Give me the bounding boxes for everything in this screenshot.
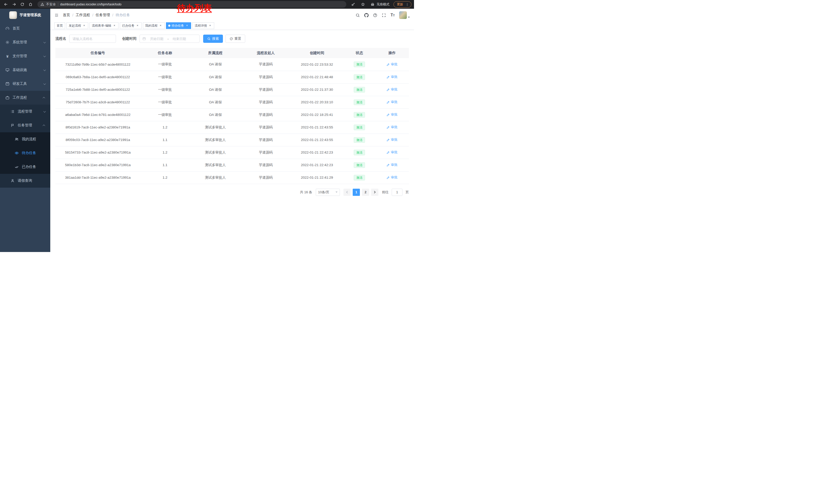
page-number-2[interactable]: 2	[362, 189, 369, 196]
range-separator: -	[167, 37, 169, 41]
user-avatar[interactable]	[399, 11, 407, 19]
tab-label: 流程表单-编辑	[92, 24, 111, 28]
browser-menu-icon[interactable]: ⋮	[406, 3, 409, 6]
fullscreen-icon[interactable]	[382, 13, 386, 17]
page-number-1[interactable]: 1	[353, 189, 360, 196]
todo-task-table: 任务编号 任务名称 所属流程 流程发起人 创建时间 状态 操作	[55, 48, 409, 184]
browser-home-button[interactable]	[27, 1, 34, 8]
tab-form-edit[interactable]: 流程表单-编辑×	[89, 22, 119, 29]
search-button[interactable]: 搜索	[203, 35, 223, 43]
tab-process-detail[interactable]: 流程详情×	[192, 22, 214, 29]
breadcrumb-item[interactable]: 首页	[63, 13, 70, 17]
sidebar-item-label: 任务管理	[18, 123, 32, 128]
approve-link[interactable]: 审批	[386, 163, 398, 167]
search-icon[interactable]	[356, 13, 360, 17]
sidebar-item-done-tasks[interactable]: 已办任务	[0, 160, 50, 174]
sidebar-fold-icon[interactable]	[54, 13, 59, 17]
initiator-cell: 芋道源码	[241, 121, 290, 134]
font-size-icon[interactable]: TT	[390, 13, 395, 17]
top-navbar: 首页 / 工作流程 / 任务管理 / 待办任务 TT	[50, 9, 414, 21]
end-date-input[interactable]	[170, 37, 189, 41]
bookmark-star-icon[interactable]	[360, 1, 366, 8]
prev-page-button[interactable]	[343, 189, 350, 196]
action-cell: 审批	[375, 108, 409, 121]
tab-start-process[interactable]: 发起流程×	[67, 22, 88, 29]
status-cell: 激活	[343, 108, 375, 121]
sidebar-item-task-management[interactable]: 任务管理	[0, 119, 50, 132]
github-icon[interactable]	[364, 13, 369, 17]
double-check-icon	[14, 165, 19, 169]
sidebar-item-my-processes[interactable]: 我的流程	[0, 132, 50, 146]
task-name-cell: 1.2	[140, 171, 190, 184]
process-name-input[interactable]	[69, 35, 116, 43]
url-text[interactable]: dashboard.yudao.iocoder.cn/bpm/task/todo	[60, 3, 122, 6]
sidebar-item-home[interactable]: 首页	[0, 21, 50, 35]
task-name-cell: 一级审批	[140, 83, 190, 96]
sidebar-item-infrastructure[interactable]: 基础设施	[0, 63, 50, 77]
tab-my-processes[interactable]: 我的流程×	[143, 22, 165, 29]
incognito-badge: 无痕模式	[370, 2, 389, 7]
next-page-button[interactable]	[371, 189, 378, 196]
user-menu[interactable]	[399, 11, 410, 19]
approve-link[interactable]: 审批	[386, 125, 398, 130]
sidebar-item-process-management[interactable]: 流程管理	[0, 104, 50, 119]
approve-link[interactable]: 审批	[386, 75, 398, 79]
approve-link[interactable]: 审批	[386, 100, 398, 104]
table-row: 8f059c03-7ac8-11ec-a9e2-a2380e71991a 1.1…	[55, 134, 409, 146]
approve-link[interactable]: 审批	[386, 150, 398, 154]
approve-link-label: 审批	[391, 87, 398, 92]
browser-back-button[interactable]	[3, 1, 9, 8]
breadcrumb-item[interactable]: 任务管理	[96, 13, 110, 17]
approve-link[interactable]: 审批	[386, 175, 398, 180]
close-icon[interactable]: ×	[136, 24, 139, 28]
initiator-cell: 芋道源码	[241, 58, 290, 71]
sidebar-item-payment[interactable]: ¥ 支付管理	[0, 49, 50, 63]
browser-forward-button[interactable]	[11, 1, 17, 8]
sidebar-item-leave-query[interactable]: 请假查询	[0, 174, 50, 188]
screen: 不安全 dashboard.yudao.iocoder.cn/bpm/task/…	[0, 0, 414, 252]
approve-link[interactable]: 审批	[386, 137, 398, 142]
sidebar-item-label: 工作流程	[12, 95, 27, 100]
security-label[interactable]: 不安全	[46, 2, 56, 7]
breadcrumb-item[interactable]: 工作流程	[76, 13, 90, 17]
sidebar-menu: 首页 系统管理 ¥ 支付管理 基础设施	[0, 21, 50, 188]
approve-link[interactable]: 审批	[386, 62, 398, 67]
page-size-select[interactable]: 10条/页	[316, 189, 340, 196]
approve-link[interactable]: 审批	[386, 87, 398, 92]
task-id-cell: 580e1b3d-7ac8-11ec-a9e2-a2380e71991a	[55, 159, 140, 171]
close-icon[interactable]: ×	[159, 24, 162, 28]
tab-done-tasks[interactable]: 已办任务×	[120, 22, 141, 29]
goto-page-input[interactable]	[392, 189, 403, 196]
breadcrumb-current: 待办任务	[116, 13, 130, 17]
status-badge: 激活	[354, 162, 365, 168]
approve-link-label: 审批	[391, 62, 398, 67]
approve-link-label: 审批	[391, 100, 398, 104]
sidebar-item-workflow[interactable]: 工作流程	[0, 91, 50, 104]
sidebar-item-system[interactable]: 系统管理	[0, 35, 50, 49]
sidebar-item-devtools[interactable]: 研发工具	[0, 77, 50, 91]
app-logo-row[interactable]: 芋道管理系统	[0, 9, 50, 21]
table-row: 069c6a63-7b8a-11ec-8ef0-acde48001122 一级审…	[55, 71, 409, 83]
close-icon[interactable]: ×	[82, 24, 86, 28]
status-badge: 激活	[354, 87, 365, 93]
sidebar-item-todo-tasks[interactable]: 待办任务	[0, 146, 50, 160]
task-id-cell: 069c6a63-7b8a-11ec-8ef0-acde48001122	[55, 71, 140, 83]
close-icon[interactable]: ×	[208, 24, 212, 28]
tab-todo-tasks[interactable]: 待办任务×	[166, 22, 191, 29]
task-id-cell: 381aa1dd-7ac8-11ec-a9e2-a2380e71991a	[55, 171, 140, 184]
key-icon[interactable]	[350, 1, 357, 8]
date-range-picker[interactable]: -	[139, 35, 200, 43]
table-row: 73211d9d-7b9b-11ec-b5b7-acde48001122 一级审…	[55, 58, 409, 71]
update-button[interactable]: 更新 ⋮	[394, 1, 411, 8]
browser-reload-button[interactable]	[19, 1, 26, 8]
tab-label: 待办任务	[172, 24, 184, 28]
create-time-cell: 2022-01-21 22:42:23	[290, 159, 343, 171]
reset-button[interactable]: 重置	[225, 35, 245, 43]
tab-home[interactable]: 首页	[54, 22, 65, 29]
help-icon[interactable]	[373, 13, 377, 17]
dashboard-icon	[5, 27, 10, 31]
close-icon[interactable]: ×	[185, 24, 189, 28]
close-icon[interactable]: ×	[113, 24, 116, 28]
approve-link[interactable]: 审批	[386, 112, 398, 117]
start-date-input[interactable]	[147, 37, 166, 41]
